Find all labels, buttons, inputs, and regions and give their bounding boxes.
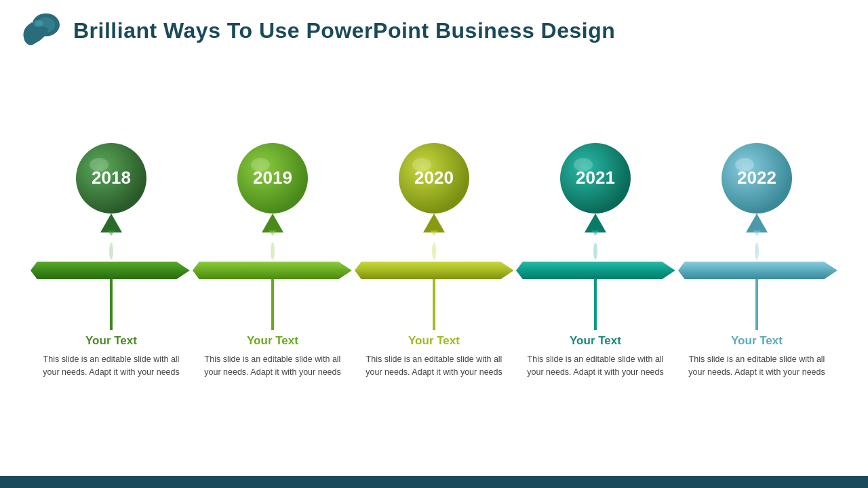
body-2020: This slide is an editable slide with all… <box>359 353 509 380</box>
svg-marker-32 <box>678 262 837 279</box>
arrow-bar-1 <box>31 262 190 279</box>
body-2022: This slide is an editable slide with all… <box>682 353 832 380</box>
svg-marker-16 <box>430 230 438 236</box>
svg-marker-15 <box>423 214 445 232</box>
heading-2018: Your Text <box>36 334 186 348</box>
heading-2021: Your Text <box>520 334 671 348</box>
svg-marker-30 <box>355 262 514 279</box>
svg-text:2021: 2021 <box>576 167 615 188</box>
heading-2020: Your Text <box>359 334 509 348</box>
body-2018: This slide is an editable slide with all… <box>36 353 186 380</box>
svg-marker-5 <box>100 214 122 232</box>
bottom-bar <box>0 476 868 488</box>
svg-text:2018: 2018 <box>92 167 131 188</box>
svg-marker-25 <box>746 214 768 232</box>
svg-marker-11 <box>269 230 277 236</box>
text-item-1: Your Text This slide is an editable slid… <box>31 334 192 380</box>
stems-row <box>31 279 837 330</box>
svg-marker-20 <box>585 214 606 232</box>
pin-2018: 2018 <box>31 141 192 260</box>
svg-point-2 <box>34 20 43 27</box>
heading-2022: Your Text <box>682 334 832 348</box>
text-item-2: Your Text This slide is an editable slid… <box>192 334 353 380</box>
body-2019: This slide is an editable slide with all… <box>197 353 348 380</box>
pin-2021: 2021 <box>515 141 676 260</box>
text-item-5: Your Text This slide is an editable slid… <box>676 334 837 380</box>
text-item-3: Your Text This slide is an editable slid… <box>353 334 515 380</box>
pin-2022: 2022 <box>676 141 837 260</box>
arrow-bar-3 <box>355 262 514 279</box>
page-title: Brilliant Ways To Use PowerPoint Busines… <box>73 18 615 43</box>
svg-marker-29 <box>193 262 352 279</box>
body-2021: This slide is an editable slide with all… <box>520 353 671 380</box>
arrow-bar-5 <box>678 262 837 279</box>
header: Brilliant Ways To Use PowerPoint Busines… <box>0 0 868 56</box>
arrow-bar-4 <box>516 262 675 279</box>
svg-marker-28 <box>31 262 190 279</box>
text-item-4: Your Text This slide is an editable slid… <box>515 334 676 380</box>
svg-marker-26 <box>753 230 761 236</box>
svg-text:2020: 2020 <box>414 167 454 188</box>
heading-2019: Your Text <box>197 334 348 348</box>
svg-marker-21 <box>591 230 599 236</box>
pin-2020: 2020 <box>353 141 515 260</box>
svg-text:2022: 2022 <box>737 167 776 188</box>
logo-icon <box>14 12 61 49</box>
arrow-bar-2 <box>193 262 352 279</box>
pin-2019: 2019 <box>192 141 353 260</box>
svg-marker-6 <box>107 230 115 236</box>
arrow-bars-row <box>31 262 837 279</box>
svg-marker-31 <box>516 262 675 279</box>
svg-marker-10 <box>262 214 283 232</box>
svg-text:2019: 2019 <box>253 167 292 188</box>
text-content-row: Your Text This slide is an editable slid… <box>31 334 837 380</box>
